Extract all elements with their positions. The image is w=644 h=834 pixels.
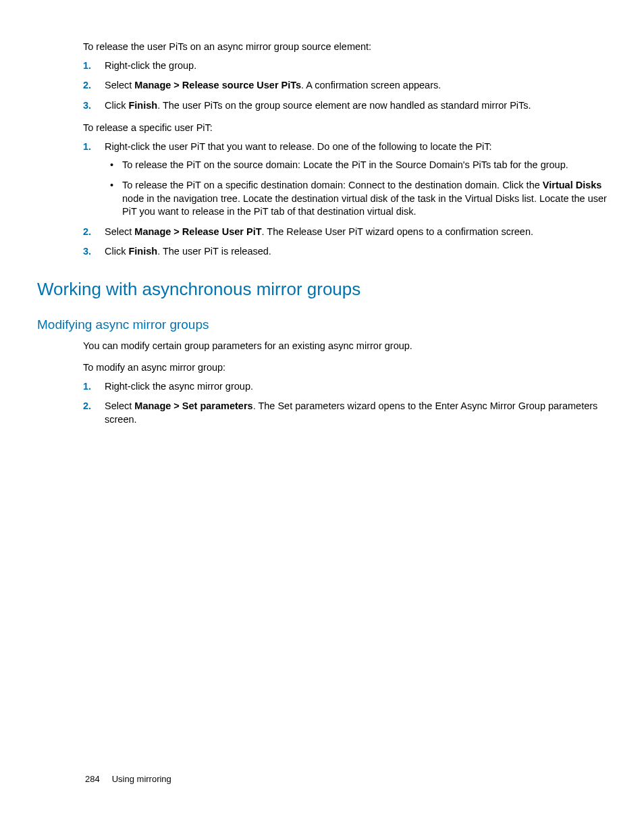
list-item: Select Manage > Release User PiT. The Re… <box>83 226 607 239</box>
section2-intro: To release a specific user PiT: <box>83 122 607 135</box>
step-prefix: Click <box>105 100 128 111</box>
bullet-prefix: To release the PiT on a specific destina… <box>122 180 543 190</box>
step-text: Right-click the group. <box>105 60 196 71</box>
section2-steps: Right-click the user PiT that you want t… <box>83 140 607 259</box>
page-number: 284 <box>85 774 100 784</box>
list-item: Select Manage > Set parameters. The Set … <box>83 400 607 426</box>
step-prefix: Select <box>105 80 134 90</box>
list-item: Right-click the group. <box>83 59 607 73</box>
step-bold: Finish <box>128 100 157 111</box>
step-prefix: Select <box>105 400 134 411</box>
step-prefix: Select <box>105 226 134 237</box>
step-suffix: . The user PiT is released. <box>157 246 271 257</box>
section3-intro1: You can modify certain group parameters … <box>83 340 607 353</box>
section3-steps: Right-click the async mirror group. Sele… <box>83 380 607 427</box>
section1-intro: To release the user PiTs on an async mir… <box>83 41 607 54</box>
list-item: Click Finish. The user PiT is released. <box>83 245 607 259</box>
step-suffix: . A confirmation screen appears. <box>301 80 441 90</box>
list-item: Select Manage > Release source User PiTs… <box>83 79 607 93</box>
page-footer: 284Using mirroring <box>85 773 171 785</box>
bullet-item: To release the PiT on the source domain:… <box>105 159 607 172</box>
step-bold: Manage > Release User PiT <box>134 226 261 237</box>
section3-intro2: To modify an async mirror group: <box>83 361 607 375</box>
step-suffix: . The user PiTs on the group source elem… <box>157 100 531 111</box>
chapter-title: Using mirroring <box>112 774 171 784</box>
bullet-bold: Virtual Disks <box>543 180 602 190</box>
step-text: Right-click the user PiT that you want t… <box>105 141 492 152</box>
step-prefix: Click <box>105 246 128 257</box>
bullet-suffix: node in the navigation tree. Locate the … <box>122 193 607 217</box>
step-bold: Manage > Set parameters <box>134 400 252 411</box>
step-suffix: . The Release User PiT wizard opens to a… <box>262 226 533 237</box>
list-item: Click Finish. The user PiTs on the group… <box>83 99 607 113</box>
sub-bullets: To release the PiT on the source domain:… <box>105 159 607 218</box>
list-item: Right-click the user PiT that you want t… <box>83 140 607 219</box>
bullet-text: To release the PiT on the source domain:… <box>122 159 568 170</box>
step-bold: Manage > Release source User PiTs <box>134 80 301 90</box>
heading-modifying-async: Modifying async mirror groups <box>37 316 607 334</box>
heading-working-async: Working with asynchronous mirror groups <box>37 278 607 301</box>
step-text: Right-click the async mirror group. <box>105 381 253 392</box>
bullet-item: To release the PiT on a specific destina… <box>105 179 607 219</box>
list-item: Right-click the async mirror group. <box>83 380 607 394</box>
step-bold: Finish <box>128 246 157 257</box>
section1-steps: Right-click the group. Select Manage > R… <box>83 59 607 113</box>
